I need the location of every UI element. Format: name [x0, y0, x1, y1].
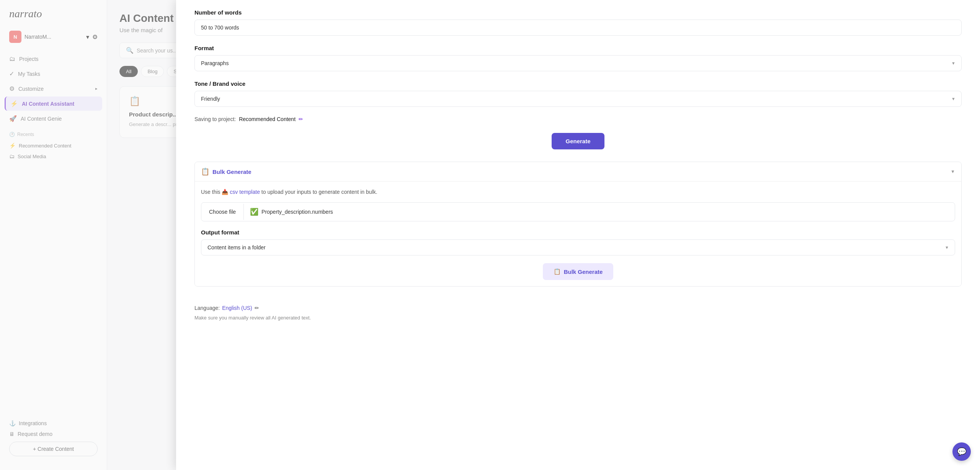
sidebar-item-label: My Tasks — [18, 71, 40, 77]
saving-edit-icon[interactable]: ✏ — [299, 116, 303, 122]
bulk-generate-title: 📋 Bulk Generate — [201, 167, 252, 176]
number-of-words-label: Number of words — [194, 9, 962, 16]
bulk-description: Use this 📥 csv template to upload your i… — [201, 188, 955, 196]
file-name-display: ✅ Property_description.numbers — [244, 203, 955, 221]
bulk-chevron-icon: ▼ — [951, 169, 955, 174]
format-section: Format Paragraphs Bullet points Numbered… — [194, 45, 962, 71]
tone-label: Tone / Brand voice — [194, 80, 962, 87]
language-label: Language: — [194, 305, 220, 311]
generate-button[interactable]: Generate — [552, 133, 604, 149]
create-content-button[interactable]: + Create Content — [9, 442, 98, 456]
csv-template-link[interactable]: csv template — [230, 189, 260, 195]
bulk-generate-button[interactable]: 📋 Bulk Generate — [543, 263, 614, 280]
sidebar-item-ai-content-genie[interactable]: 🚀 AI Content Genie — [5, 111, 102, 126]
sidebar-item-label: AI Content Assistant — [22, 101, 74, 107]
tab-all[interactable]: All — [119, 66, 138, 77]
sidebar-item-projects[interactable]: 🗂 Projects — [5, 52, 102, 66]
output-format-label: Output format — [201, 229, 955, 236]
copy-icon: 📋 — [201, 167, 209, 176]
account-settings-icon: ⚙ — [92, 33, 98, 41]
recent-icon: 🗂 — [9, 153, 15, 159]
file-upload-row: Choose file ✅ Property_description.numbe… — [201, 202, 955, 221]
panel-overlay: Number of words Format Paragraphs Bullet… — [176, 0, 980, 470]
selected-file-name: Property_description.numbers — [261, 209, 333, 215]
output-format-select[interactable]: Content items in a folder Single documen… — [201, 239, 955, 255]
account-row[interactable]: N NarratoM... ▾ ⚙ — [0, 28, 107, 46]
bulk-generate-section: 📋 Bulk Generate ▼ Use this 📥 csv templat… — [194, 162, 962, 287]
disclaimer-text: Make sure you manually review all AI gen… — [194, 315, 962, 321]
chat-icon: 💬 — [957, 447, 967, 456]
sidebar-item-customize[interactable]: ⚙ Customize ▸ — [5, 82, 102, 96]
projects-icon: 🗂 — [9, 56, 15, 62]
language-edit-icon[interactable]: ✏ — [255, 305, 259, 311]
ai-assistant-icon: ⚡ — [10, 100, 18, 107]
monitor-icon: 🖥 — [9, 431, 15, 437]
clock-icon: 🕐 — [9, 132, 15, 137]
format-label: Format — [194, 45, 962, 51]
anchor-icon: ⚓ — [9, 420, 16, 426]
account-chevron-icon: ▾ — [86, 33, 89, 41]
bulk-generate-header[interactable]: 📋 Bulk Generate ▼ — [195, 162, 961, 181]
format-select-wrapper: Paragraphs Bullet points Numbered list — [194, 55, 962, 71]
tasks-icon: ✓ — [9, 70, 14, 77]
copy-icon: 📋 — [554, 268, 561, 275]
sidebar-item-label: AI Content Genie — [21, 116, 62, 122]
sidebar: narrato N NarratoM... ▾ ⚙ 🗂 Projects ✓ M… — [0, 0, 107, 470]
saving-row: Saving to project: Recommended Content ✏ — [194, 116, 962, 122]
sidebar-item-label: Customize — [18, 86, 44, 92]
tab-blog[interactable]: Blog — [141, 66, 164, 77]
tone-section: Tone / Brand voice Friendly Professional… — [194, 80, 962, 107]
avatar: N — [9, 31, 21, 43]
request-demo-link[interactable]: 🖥 Request demo — [9, 431, 98, 437]
language-row: Language: English (US) ✏ — [194, 305, 962, 311]
integrations-link[interactable]: ⚓ Integrations — [9, 420, 98, 426]
language-link[interactable]: English (US) — [222, 305, 252, 311]
search-icon: 🔍 — [126, 47, 134, 54]
ai-genie-icon: 🚀 — [9, 115, 17, 122]
tone-select[interactable]: Friendly Professional Casual Formal — [194, 91, 962, 107]
recent-item-recommended[interactable]: ⚡ Recommended Content — [9, 140, 98, 151]
sidebar-item-ai-content-assistant[interactable]: ⚡ AI Content Assistant — [5, 97, 102, 111]
tone-select-wrapper: Friendly Professional Casual Formal — [194, 91, 962, 107]
account-name: NarratoM... — [24, 34, 83, 40]
format-select[interactable]: Paragraphs Bullet points Numbered list — [194, 55, 962, 71]
saving-label: Saving to project: — [194, 116, 236, 122]
download-icon: 📥 — [222, 189, 230, 195]
bulk-generate-content: Use this 📥 csv template to upload your i… — [195, 181, 961, 286]
sidebar-nav: 🗂 Projects ✓ My Tasks ⚙ Customize ▸ ⚡ AI… — [0, 52, 107, 126]
sidebar-item-my-tasks[interactable]: ✓ My Tasks — [5, 67, 102, 81]
number-of-words-input[interactable] — [194, 20, 962, 36]
chat-bubble[interactable]: 💬 — [952, 442, 971, 461]
output-format-select-wrapper: Content items in a folder Single documen… — [201, 239, 955, 255]
recents-label: 🕐 Recents — [9, 132, 98, 137]
saving-project: Recommended Content — [239, 116, 296, 122]
panel-footer: Language: English (US) ✏ Make sure you m… — [194, 299, 962, 321]
choose-file-button[interactable]: Choose file — [201, 204, 244, 220]
recent-item-social-media[interactable]: 🗂 Social Media — [9, 151, 98, 162]
recents-section: 🕐 Recents ⚡ Recommended Content 🗂 Social… — [0, 126, 107, 165]
app-logo: narrato — [0, 8, 107, 28]
sidebar-item-label: Projects — [19, 56, 39, 62]
sidebar-bottom: ⚓ Integrations 🖥 Request demo + Create C… — [0, 414, 107, 462]
customize-expand-icon: ▸ — [95, 86, 98, 91]
customize-icon: ⚙ — [9, 85, 15, 92]
recent-icon: ⚡ — [9, 142, 16, 149]
file-check-icon: ✅ — [250, 208, 258, 216]
number-of-words-section: Number of words — [194, 9, 962, 36]
